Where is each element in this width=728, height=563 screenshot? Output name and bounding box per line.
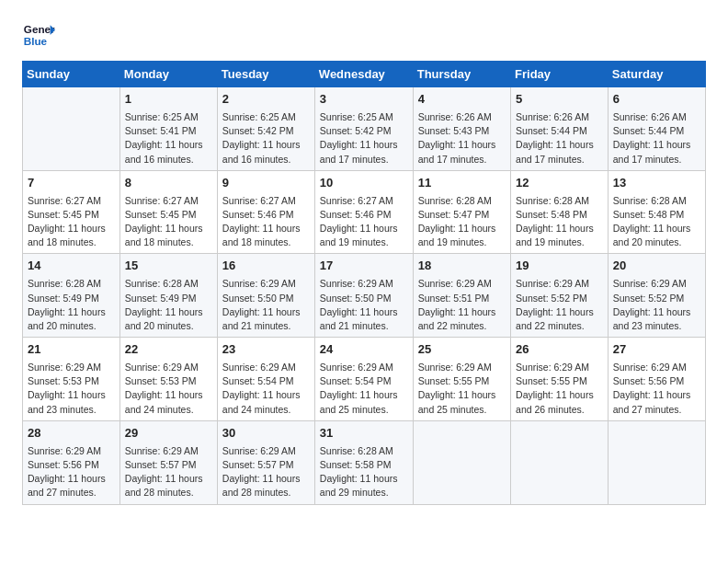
calendar-cell: 9Sunrise: 6:27 AMSunset: 5:46 PMDaylight… bbox=[217, 170, 314, 254]
cell-content: Sunrise: 6:29 AMSunset: 5:56 PMDaylight:… bbox=[613, 361, 700, 417]
day-number: 23 bbox=[222, 341, 310, 359]
calendar-cell: 31Sunrise: 6:28 AMSunset: 5:58 PMDayligh… bbox=[314, 420, 413, 504]
logo-icon: General Blue bbox=[22, 18, 55, 52]
cell-content: Sunrise: 6:29 AMSunset: 5:53 PMDaylight:… bbox=[125, 361, 212, 417]
day-number: 20 bbox=[613, 258, 700, 275]
day-number: 28 bbox=[28, 425, 115, 442]
calendar-cell bbox=[23, 87, 120, 171]
calendar-cell: 11Sunrise: 6:28 AMSunset: 5:47 PMDayligh… bbox=[413, 170, 510, 254]
week-row-4: 21Sunrise: 6:29 AMSunset: 5:53 PMDayligh… bbox=[23, 338, 706, 421]
cell-content: Sunrise: 6:26 AMSunset: 5:44 PMDaylight:… bbox=[613, 110, 700, 167]
cell-content: Sunrise: 6:29 AMSunset: 5:51 PMDaylight:… bbox=[418, 277, 506, 333]
logo: General Blue bbox=[22, 18, 59, 52]
cell-content: Sunrise: 6:26 AMSunset: 5:44 PMDaylight:… bbox=[516, 110, 603, 167]
calendar-cell: 8Sunrise: 6:27 AMSunset: 5:45 PMDaylight… bbox=[119, 170, 217, 254]
calendar-cell: 15Sunrise: 6:28 AMSunset: 5:49 PMDayligh… bbox=[119, 254, 217, 338]
day-number: 3 bbox=[320, 91, 408, 109]
calendar-table: SundayMondayTuesdayWednesdayThursdayFrid… bbox=[22, 61, 706, 505]
calendar-cell: 2Sunrise: 6:25 AMSunset: 5:42 PMDaylight… bbox=[217, 87, 314, 171]
cell-content: Sunrise: 6:25 AMSunset: 5:41 PMDaylight:… bbox=[125, 110, 212, 167]
calendar-cell: 30Sunrise: 6:29 AMSunset: 5:57 PMDayligh… bbox=[217, 420, 314, 504]
calendar-cell: 21Sunrise: 6:29 AMSunset: 5:53 PMDayligh… bbox=[23, 338, 120, 421]
calendar-cell: 19Sunrise: 6:29 AMSunset: 5:52 PMDayligh… bbox=[511, 254, 609, 338]
cell-content: Sunrise: 6:29 AMSunset: 5:57 PMDaylight:… bbox=[222, 444, 310, 500]
cell-content: Sunrise: 6:27 AMSunset: 5:45 PMDaylight:… bbox=[28, 194, 115, 250]
day-number: 31 bbox=[320, 425, 408, 442]
calendar-cell: 27Sunrise: 6:29 AMSunset: 5:56 PMDayligh… bbox=[608, 338, 705, 421]
cell-content: Sunrise: 6:28 AMSunset: 5:47 PMDaylight:… bbox=[418, 194, 506, 250]
day-number: 4 bbox=[418, 91, 506, 109]
calendar-cell: 25Sunrise: 6:29 AMSunset: 5:55 PMDayligh… bbox=[413, 338, 510, 421]
day-number: 11 bbox=[418, 175, 506, 192]
week-row-2: 7Sunrise: 6:27 AMSunset: 5:45 PMDaylight… bbox=[23, 170, 706, 254]
calendar-cell: 17Sunrise: 6:29 AMSunset: 5:50 PMDayligh… bbox=[314, 254, 413, 338]
cell-content: Sunrise: 6:29 AMSunset: 5:50 PMDaylight:… bbox=[320, 277, 408, 333]
col-header-wednesday: Wednesday bbox=[314, 62, 413, 87]
day-number: 29 bbox=[125, 425, 212, 442]
day-number: 14 bbox=[28, 258, 115, 275]
cell-content: Sunrise: 6:28 AMSunset: 5:49 PMDaylight:… bbox=[125, 277, 212, 333]
calendar-cell: 6Sunrise: 6:26 AMSunset: 5:44 PMDaylight… bbox=[608, 87, 705, 171]
calendar-cell bbox=[413, 420, 510, 504]
day-number: 25 bbox=[418, 341, 506, 359]
week-row-3: 14Sunrise: 6:28 AMSunset: 5:49 PMDayligh… bbox=[23, 254, 706, 338]
day-number: 10 bbox=[320, 175, 408, 192]
calendar-cell: 7Sunrise: 6:27 AMSunset: 5:45 PMDaylight… bbox=[23, 170, 120, 254]
week-row-5: 28Sunrise: 6:29 AMSunset: 5:56 PMDayligh… bbox=[23, 420, 706, 504]
cell-content: Sunrise: 6:29 AMSunset: 5:54 PMDaylight:… bbox=[222, 361, 310, 417]
cell-content: Sunrise: 6:29 AMSunset: 5:53 PMDaylight:… bbox=[28, 361, 115, 417]
cell-content: Sunrise: 6:29 AMSunset: 5:52 PMDaylight:… bbox=[516, 277, 603, 333]
cell-content: Sunrise: 6:29 AMSunset: 5:54 PMDaylight:… bbox=[320, 361, 408, 417]
day-number: 6 bbox=[613, 91, 700, 109]
col-header-sunday: Sunday bbox=[23, 62, 120, 87]
cell-content: Sunrise: 6:28 AMSunset: 5:48 PMDaylight:… bbox=[516, 194, 603, 250]
calendar-cell: 5Sunrise: 6:26 AMSunset: 5:44 PMDaylight… bbox=[511, 87, 609, 171]
day-number: 2 bbox=[222, 91, 310, 109]
calendar-cell: 20Sunrise: 6:29 AMSunset: 5:52 PMDayligh… bbox=[608, 254, 705, 338]
day-number: 22 bbox=[125, 341, 212, 359]
cell-content: Sunrise: 6:29 AMSunset: 5:56 PMDaylight:… bbox=[28, 444, 115, 500]
calendar-cell: 18Sunrise: 6:29 AMSunset: 5:51 PMDayligh… bbox=[413, 254, 510, 338]
day-number: 26 bbox=[516, 341, 603, 359]
cell-content: Sunrise: 6:28 AMSunset: 5:58 PMDaylight:… bbox=[320, 444, 408, 500]
col-header-friday: Friday bbox=[511, 62, 609, 87]
day-number: 17 bbox=[320, 258, 408, 275]
calendar-cell bbox=[511, 420, 609, 504]
day-number: 16 bbox=[222, 258, 310, 275]
calendar-cell: 28Sunrise: 6:29 AMSunset: 5:56 PMDayligh… bbox=[23, 420, 120, 504]
cell-content: Sunrise: 6:28 AMSunset: 5:48 PMDaylight:… bbox=[613, 194, 700, 250]
calendar-cell: 23Sunrise: 6:29 AMSunset: 5:54 PMDayligh… bbox=[217, 338, 314, 421]
col-header-monday: Monday bbox=[119, 62, 217, 87]
day-number: 24 bbox=[320, 341, 408, 359]
calendar-cell bbox=[608, 420, 705, 504]
day-number: 8 bbox=[125, 175, 212, 192]
day-number: 27 bbox=[613, 341, 700, 359]
cell-content: Sunrise: 6:29 AMSunset: 5:55 PMDaylight:… bbox=[516, 361, 603, 417]
calendar-cell: 13Sunrise: 6:28 AMSunset: 5:48 PMDayligh… bbox=[608, 170, 705, 254]
day-number: 30 bbox=[222, 425, 310, 442]
calendar-cell: 24Sunrise: 6:29 AMSunset: 5:54 PMDayligh… bbox=[314, 338, 413, 421]
cell-content: Sunrise: 6:26 AMSunset: 5:43 PMDaylight:… bbox=[418, 110, 506, 167]
day-number: 21 bbox=[28, 341, 115, 359]
calendar-cell: 22Sunrise: 6:29 AMSunset: 5:53 PMDayligh… bbox=[119, 338, 217, 421]
day-number: 18 bbox=[418, 258, 506, 275]
day-number: 1 bbox=[125, 91, 212, 109]
week-row-1: 1Sunrise: 6:25 AMSunset: 5:41 PMDaylight… bbox=[23, 87, 706, 171]
svg-text:Blue: Blue bbox=[24, 35, 48, 47]
cell-content: Sunrise: 6:25 AMSunset: 5:42 PMDaylight:… bbox=[320, 110, 408, 167]
calendar-cell: 1Sunrise: 6:25 AMSunset: 5:41 PMDaylight… bbox=[119, 87, 217, 171]
cell-content: Sunrise: 6:27 AMSunset: 5:46 PMDaylight:… bbox=[222, 194, 310, 250]
cell-content: Sunrise: 6:27 AMSunset: 5:46 PMDaylight:… bbox=[320, 194, 408, 250]
calendar-cell: 16Sunrise: 6:29 AMSunset: 5:50 PMDayligh… bbox=[217, 254, 314, 338]
day-number: 9 bbox=[222, 175, 310, 192]
col-header-thursday: Thursday bbox=[413, 62, 510, 87]
day-number: 12 bbox=[516, 175, 603, 192]
page-header: General Blue bbox=[22, 18, 706, 52]
day-number: 5 bbox=[516, 91, 603, 109]
calendar-cell: 26Sunrise: 6:29 AMSunset: 5:55 PMDayligh… bbox=[511, 338, 609, 421]
calendar-cell: 12Sunrise: 6:28 AMSunset: 5:48 PMDayligh… bbox=[511, 170, 609, 254]
calendar-cell: 10Sunrise: 6:27 AMSunset: 5:46 PMDayligh… bbox=[314, 170, 413, 254]
calendar-cell: 29Sunrise: 6:29 AMSunset: 5:57 PMDayligh… bbox=[119, 420, 217, 504]
day-number: 13 bbox=[613, 175, 700, 192]
day-number: 15 bbox=[125, 258, 212, 275]
